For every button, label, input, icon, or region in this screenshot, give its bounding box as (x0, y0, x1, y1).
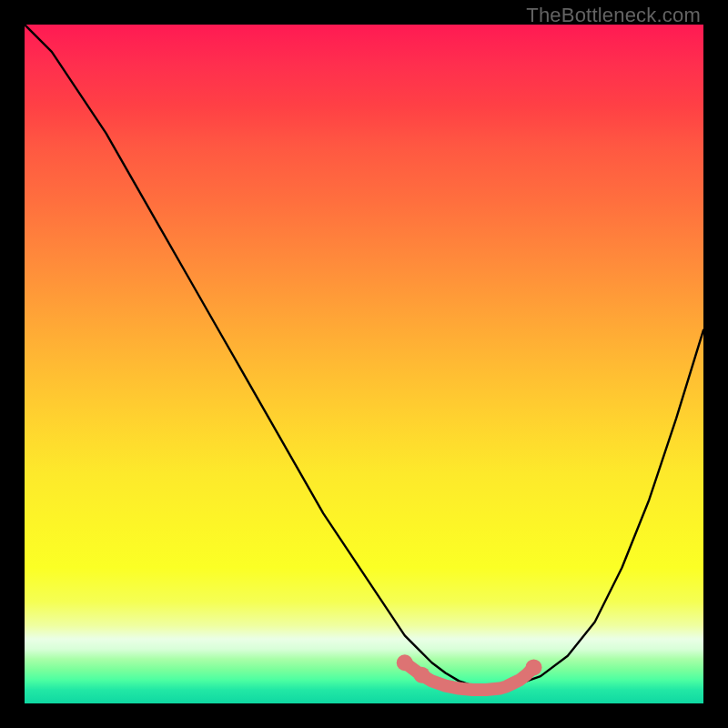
plot-area (25, 25, 703, 703)
chart-svg (25, 25, 703, 703)
bottleneck-curve-path (25, 25, 703, 689)
bottleneck-curve (25, 25, 703, 689)
watermark-text: TheBottleneck.com (526, 4, 701, 27)
chart-frame: TheBottleneck.com (0, 0, 728, 728)
optimum-marker (526, 659, 542, 675)
optimum-marker (397, 654, 413, 671)
optimum-marker (413, 667, 430, 683)
